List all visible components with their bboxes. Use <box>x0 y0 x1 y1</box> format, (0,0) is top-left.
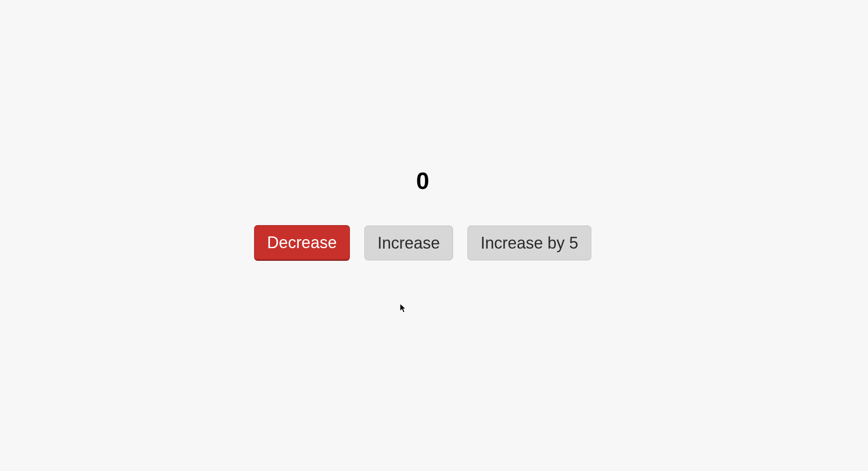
cursor-icon <box>400 304 407 314</box>
counter-value: 0 <box>416 167 429 194</box>
counter-widget: 0 Decrease Increase Increase by 5 <box>254 167 591 261</box>
increase-button[interactable]: Increase <box>364 226 453 260</box>
decrease-button[interactable]: Decrease <box>254 225 350 261</box>
counter-button-row: Decrease Increase Increase by 5 <box>254 225 591 261</box>
increase-by-5-button[interactable]: Increase by 5 <box>467 226 591 260</box>
